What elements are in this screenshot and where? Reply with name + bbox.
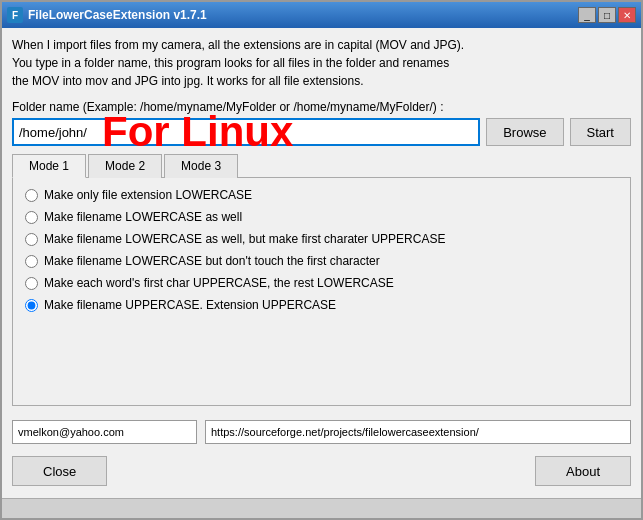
radio-label-1: Make only file extension LOWERCASE	[44, 188, 252, 202]
tab-bar: Mode 1 Mode 2 Mode 3	[12, 154, 631, 178]
radio-label-2: Make filename LOWERCASE as well	[44, 210, 242, 224]
radio-option-1: Make only file extension LOWERCASE	[25, 188, 618, 202]
main-window: F FileLowerCaseExtension v1.7.1 _ □ ✕ Wh…	[0, 0, 643, 520]
tab-mode1[interactable]: Mode 1	[12, 154, 86, 178]
folder-label: Folder name (Example: /home/myname/MyFol…	[12, 100, 631, 114]
description-line1: When I import files from my camera, all …	[12, 36, 631, 54]
window-title: FileLowerCaseExtension v1.7.1	[28, 8, 578, 22]
radio-option-6: Make filename UPPERCASE. Extension UPPER…	[25, 298, 618, 312]
radio-label-5: Make each word's first char UPPERCASE, t…	[44, 276, 394, 290]
about-button[interactable]: About	[535, 456, 631, 486]
status-bar	[2, 498, 641, 518]
window-controls: _ □ ✕	[578, 7, 636, 23]
close-button[interactable]: Close	[12, 456, 107, 486]
radio-input-2[interactable]	[25, 211, 38, 224]
bottom-buttons: Close About	[12, 452, 631, 490]
radio-input-1[interactable]	[25, 189, 38, 202]
radio-label-6: Make filename UPPERCASE. Extension UPPER…	[44, 298, 336, 312]
radio-label-3: Make filename LOWERCASE as well, but mak…	[44, 232, 445, 246]
url-field[interactable]	[205, 420, 631, 444]
svg-text:F: F	[12, 10, 18, 21]
folder-row: For Linux Browse Start	[12, 118, 631, 146]
bottom-section: Close About	[12, 414, 631, 490]
folder-input[interactable]	[12, 118, 480, 146]
start-button[interactable]: Start	[570, 118, 631, 146]
radio-input-4[interactable]	[25, 255, 38, 268]
radio-option-3: Make filename LOWERCASE as well, but mak…	[25, 232, 618, 246]
link-row	[12, 420, 631, 444]
description-line3: the MOV into mov and JPG into jpg. It wo…	[12, 72, 631, 90]
radio-option-4: Make filename LOWERCASE but don't touch …	[25, 254, 618, 268]
radio-input-5[interactable]	[25, 277, 38, 290]
browse-button[interactable]: Browse	[486, 118, 563, 146]
description-text: When I import files from my camera, all …	[12, 36, 631, 90]
close-window-button[interactable]: ✕	[618, 7, 636, 23]
radio-label-4: Make filename LOWERCASE but don't touch …	[44, 254, 380, 268]
email-field[interactable]	[12, 420, 197, 444]
radio-input-6[interactable]	[25, 299, 38, 312]
tab-mode3[interactable]: Mode 3	[164, 154, 238, 178]
maximize-button[interactable]: □	[598, 7, 616, 23]
title-bar: F FileLowerCaseExtension v1.7.1 _ □ ✕	[2, 2, 641, 28]
radio-option-2: Make filename LOWERCASE as well	[25, 210, 618, 224]
description-line2: You type in a folder name, this program …	[12, 54, 631, 72]
minimize-button[interactable]: _	[578, 7, 596, 23]
tab-mode2[interactable]: Mode 2	[88, 154, 162, 178]
content-area: When I import files from my camera, all …	[2, 28, 641, 498]
tab-content: Make only file extension LOWERCASE Make …	[12, 178, 631, 406]
radio-input-3[interactable]	[25, 233, 38, 246]
radio-option-5: Make each word's first char UPPERCASE, t…	[25, 276, 618, 290]
app-icon: F	[7, 7, 23, 23]
